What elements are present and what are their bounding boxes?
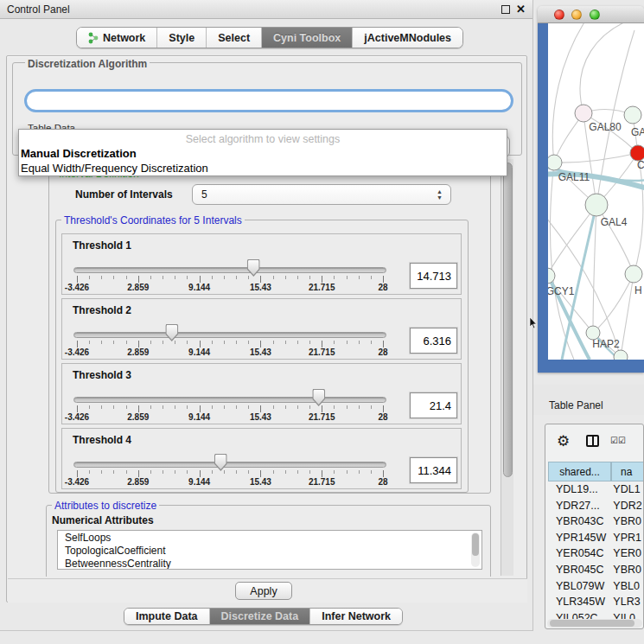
group-label-thresholds: Threshold's Coordinates for 5 Intervals: [61, 214, 245, 226]
node-bottom: [614, 350, 628, 360]
combobox-spinner-icon: ▲▼: [437, 189, 443, 201]
close-traffic-light[interactable]: [554, 10, 564, 20]
list-item[interactable]: TopologicalCoefficient: [58, 544, 481, 557]
node-gal4: [585, 194, 608, 216]
control-panel-titlebar: Control Panel ✕: [0, 0, 532, 19]
desktop: Control Panel ✕ Network Style Select Cyn…: [0, 0, 644, 644]
tab-style[interactable]: Style: [157, 28, 207, 48]
window-title: Control Panel: [7, 3, 70, 16]
panel-scrollbar[interactable]: [501, 159, 513, 576]
scrollbar-thumb[interactable]: [503, 163, 513, 477]
table-row[interactable]: YDR27...YDR2: [548, 500, 644, 516]
slider-ticks: [77, 405, 384, 412]
threshold-2-panel: Threshold 2 -3.4262.8599.14415.4321.7152…: [61, 298, 462, 360]
select-columns-icon[interactable]: ☑☑: [610, 436, 626, 445]
list-scrollbar[interactable]: [471, 532, 480, 567]
gear-icon[interactable]: ⚙: [557, 432, 570, 450]
threshold-1-panel: Threshold 1 -3.4262.8599.14415.4321.7152…: [61, 233, 462, 295]
node-label: GAL11: [558, 171, 590, 183]
list-item[interactable]: BetweennessCentrality: [58, 557, 481, 570]
table-row[interactable]: YBR045CYBR0: [548, 564, 644, 580]
network-canvas[interactable]: GAL80 GA C GAL11 GAL4 GCY1 H HAP2: [548, 23, 644, 360]
threshold-2-value-field[interactable]: 6.316: [410, 328, 457, 354]
table-horizontal-scrollbar[interactable]: [547, 619, 642, 628]
column-header-name[interactable]: na: [611, 462, 644, 481]
group-label-attributes: Attributes to discretize: [52, 500, 159, 512]
table-row[interactable]: YER054CYER0: [548, 547, 644, 564]
network-node-labels: GAL80 GA C GAL11 GAL4 GCY1 H HAP2: [548, 121, 644, 350]
threshold-3-panel: Threshold 3 -3.4262.8599.14415.4321.7152…: [61, 363, 462, 424]
dropdown-hint: Select algorithm to view settings: [19, 133, 507, 145]
apply-button[interactable]: Apply: [235, 582, 292, 600]
node-gal11: [548, 155, 562, 170]
dropdown-option-manual-discretization[interactable]: Manual Discretization: [21, 147, 503, 160]
node-label: C: [637, 159, 644, 171]
threshold-2-slider-handle[interactable]: [165, 324, 178, 341]
network-nodes[interactable]: [548, 105, 644, 360]
table-rows: YDL19...YDL1 YDR27...YDR2 YBR043CYBR0 YP…: [548, 483, 644, 628]
table-row[interactable]: YPR145WYPR1: [548, 532, 644, 548]
table-row[interactable]: YBL079WYBL0: [548, 580, 644, 596]
zoom-traffic-light[interactable]: [590, 10, 600, 20]
tab-jactivemnodules[interactable]: jActiveMNodules: [353, 28, 462, 48]
interval-definition-group: Interval Definition Number of Intervals …: [48, 173, 491, 494]
cyni-toolbox-panel: Discretization Algorithm Table Data galF…: [6, 55, 527, 603]
node-gcy1: [548, 268, 555, 284]
threshold-4-value-field[interactable]: 11.344: [410, 457, 457, 483]
number-of-intervals-label: Number of Intervals: [75, 188, 173, 201]
node-top-right: [624, 106, 641, 124]
table-panel-toolbar: ⚙ ☑☑: [545, 424, 643, 459]
threshold-3-slider-handle[interactable]: [312, 389, 325, 406]
control-panel-window: Control Panel ✕ Network Style Select Cyn…: [0, 0, 533, 631]
table-row[interactable]: YLR345WYLR3: [548, 596, 644, 612]
settings-scroll-area: Interval Definition Number of Intervals …: [13, 158, 501, 577]
split-columns-icon[interactable]: [586, 435, 599, 447]
number-of-intervals-combobox[interactable]: 5 ▲▼: [192, 184, 451, 205]
close-icon[interactable]: ✕: [516, 3, 526, 16]
network-icon: [88, 32, 99, 44]
group-label-discretization-algorithm: Discretization Algorithm: [25, 58, 150, 70]
tab-cyni-toolbox[interactable]: Cyni Toolbox: [262, 28, 353, 48]
node-label: GCY1: [548, 285, 575, 297]
apply-row: Apply: [8, 578, 527, 603]
network-view-window: GAL80 GA C GAL11 GAL4 GCY1 H HAP2: [538, 6, 644, 373]
threshold-4-slider-handle[interactable]: [214, 454, 227, 471]
tab-infer-network[interactable]: Infer Network: [310, 609, 402, 624]
column-header-shared-name[interactable]: shared...: [548, 462, 611, 481]
table-panel-title: Table Panel: [549, 399, 603, 411]
network-window-content: GAL80 GA C GAL11 GAL4 GCY1 H HAP2: [538, 23, 644, 373]
bottom-tabs: Impute Data Discretize Data Infer Networ…: [124, 608, 403, 625]
table-row[interactable]: YBR043CYBR0: [548, 515, 644, 532]
numerical-attributes-list: SelfLoops TopologicalCoefficient Between…: [57, 530, 482, 570]
threshold-1-slider-handle[interactable]: [247, 259, 260, 277]
tab-select[interactable]: Select: [207, 28, 262, 48]
control-panel-tabs: Network Style Select Cyni Toolbox jActiv…: [76, 27, 463, 48]
node-label: H: [634, 284, 642, 296]
tab-network[interactable]: Network: [77, 28, 157, 48]
threshold-4-panel: Threshold 4 -3.4262.8599.14415.4321.7152…: [61, 428, 462, 489]
tab-impute-data[interactable]: Impute Data: [124, 609, 210, 624]
node-label: HAP2: [592, 338, 620, 350]
attributes-group: Attributes to discretize Numerical Attri…: [46, 505, 491, 577]
slider-ticks: [77, 341, 384, 348]
node-label: GA: [631, 126, 644, 138]
list-item[interactable]: SelfLoops: [58, 531, 481, 544]
thresholds-group: Threshold's Coordinates for 5 Intervals …: [55, 220, 469, 493]
algorithm-combobox[interactable]: [24, 89, 513, 112]
table-row[interactable]: YDL19...YDL1: [548, 483, 644, 500]
slider-ticks: [77, 276, 384, 283]
table-panel-titlebar: Table Panel: [533, 385, 644, 415]
dropdown-option-equal-width-frequency[interactable]: Equal Width/Frequency Discretization: [21, 162, 503, 175]
scrollbar-thumb[interactable]: [550, 620, 634, 627]
node-h: [625, 265, 642, 283]
node-label: GAL80: [589, 121, 622, 133]
threshold-1-value-field[interactable]: 14.713: [410, 263, 457, 289]
table-panel: ⚙ ☑☑ shared... na YDL19...YDL1 YDR27...Y…: [545, 424, 644, 629]
minimize-traffic-light[interactable]: [571, 10, 582, 20]
float-window-icon[interactable]: [501, 5, 510, 14]
mouse-cursor: [529, 317, 538, 329]
tab-discretize-data[interactable]: Discretize Data: [210, 609, 311, 624]
node-gal80: [575, 105, 592, 122]
algorithm-dropdown-popup: Select algorithm to view settings Manual…: [18, 129, 507, 176]
threshold-3-value-field[interactable]: 21.4: [410, 392, 457, 418]
